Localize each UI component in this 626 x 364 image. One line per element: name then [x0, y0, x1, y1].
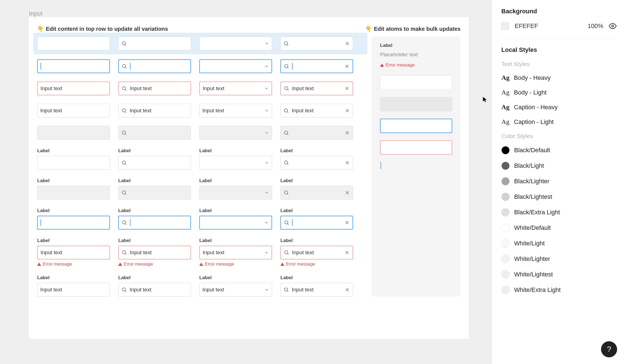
close-icon[interactable]	[345, 287, 350, 292]
field-label: Label	[280, 238, 353, 243]
input-search[interactable]	[118, 37, 191, 50]
canvas-frame[interactable]: 👇 Edit content in top row to update all …	[29, 17, 469, 339]
atom-bg-focused[interactable]	[380, 119, 452, 133]
input-select-focused[interactable]	[199, 59, 272, 73]
background-fill-row[interactable]: EFEFEF 100%	[501, 22, 617, 30]
input-search-error[interactable]: Input text	[118, 82, 191, 95]
text-cursor	[130, 219, 130, 226]
field-label: Label	[37, 178, 110, 184]
labeled-select-filled[interactable]: LabelInput text	[199, 275, 272, 297]
color-swatch-icon	[501, 239, 510, 248]
background-hex[interactable]: EFEFEF	[515, 22, 582, 30]
master-row[interactable]	[33, 33, 367, 54]
warning-icon	[380, 63, 384, 67]
color-style-row[interactable]: White/Default	[501, 224, 617, 232]
labeled-focused[interactable]: Label	[37, 208, 110, 230]
color-style-row[interactable]: Black/Extra Light	[501, 208, 617, 217]
color-style-name: White/Lightest	[514, 271, 553, 278]
color-style-row[interactable]: White/Lightest	[501, 270, 617, 279]
color-style-row[interactable]: Black/Lightest	[501, 193, 617, 201]
color-style-row[interactable]: White/Light	[501, 239, 617, 248]
field-label: Label	[199, 208, 272, 213]
input-filled[interactable]: Input text	[37, 104, 110, 118]
atom-label-text[interactable]: Label	[380, 43, 452, 48]
close-icon[interactable]	[345, 160, 350, 166]
atom-text-cursor[interactable]	[381, 162, 381, 169]
atom-bg-error[interactable]	[380, 140, 452, 155]
search-icon	[122, 220, 127, 225]
labeled-search-filled[interactable]: LabelInput text	[118, 275, 191, 297]
svg-point-20	[284, 109, 288, 112]
input-select[interactable]	[199, 37, 272, 50]
input-search-filled[interactable]: Input text	[118, 104, 191, 118]
close-icon[interactable]	[344, 63, 350, 69]
input-value: Input text	[130, 85, 152, 91]
close-icon[interactable]	[344, 86, 350, 91]
visibility-toggle-icon[interactable]	[609, 22, 617, 30]
svg-line-55	[125, 291, 126, 292]
input-value: Input text	[40, 287, 62, 293]
atom-bg-default[interactable]	[380, 75, 452, 90]
input-error[interactable]: Input text	[37, 82, 110, 95]
color-style-row[interactable]: White/Extra Light	[501, 286, 617, 294]
labeled-clearable-filled[interactable]: LabelInput text	[280, 275, 353, 297]
field-label: Label	[37, 148, 110, 154]
input-search-focused[interactable]	[118, 59, 191, 73]
color-swatch-icon	[501, 208, 510, 217]
labeled-clearable-focused[interactable]: Label	[280, 208, 353, 230]
text-style-row[interactable]: AgCaption - Heavy	[501, 103, 617, 111]
atoms-panel[interactable]: Label Placeholder text Error message	[372, 37, 461, 297]
input-select-error[interactable]: Input text	[199, 82, 272, 95]
background-opacity[interactable]: 100%	[588, 22, 603, 30]
hint-left-text: Edit content in top row to update all va…	[46, 26, 168, 32]
atom-error-text[interactable]: Error message	[380, 63, 452, 68]
labeled-clearable-error[interactable]: LabelInput textError message	[280, 238, 353, 267]
atom-placeholder-text[interactable]: Placeholder text	[380, 52, 452, 58]
background-swatch[interactable]	[501, 22, 509, 30]
close-icon[interactable]	[345, 108, 350, 113]
labeled-select-error[interactable]: LabelInput textError message	[199, 238, 272, 267]
typography-preview-icon: Ag	[501, 74, 509, 82]
input-value: Input text	[292, 287, 313, 293]
labeled-select[interactable]: Label	[199, 148, 272, 170]
svg-line-51	[288, 254, 289, 255]
labeled-error[interactable]: LabelInput textError message	[37, 238, 110, 267]
labeled-filled[interactable]: LabelInput text	[37, 275, 110, 297]
labeled-search-error[interactable]: LabelInput textError message	[118, 238, 191, 267]
field-label: Label	[37, 275, 110, 281]
error-message: Error message	[199, 262, 272, 267]
labeled-search[interactable]: Label	[118, 148, 191, 170]
atom-bg-disabled[interactable]	[380, 97, 452, 111]
labeled-default[interactable]: Label	[37, 148, 110, 170]
canvas-frame-title[interactable]: Input	[29, 10, 42, 17]
color-swatch-icon	[501, 193, 510, 201]
input-clearable-error[interactable]: Input text	[280, 82, 353, 95]
text-style-row[interactable]: AgBody - Light	[501, 89, 617, 96]
text-style-row[interactable]: AgCaption - Light	[501, 118, 617, 126]
text-style-name: Body - Light	[514, 89, 546, 96]
svg-line-21	[287, 112, 288, 113]
input-select-filled[interactable]: Input text	[199, 104, 272, 118]
error-message: Error message	[37, 262, 110, 267]
color-style-row[interactable]: White/Lighter	[501, 255, 617, 263]
field-label: Label	[118, 275, 191, 281]
input-default[interactable]	[37, 37, 110, 50]
input-clearable-focused[interactable]	[280, 59, 353, 73]
color-style-row[interactable]: Black/Lighter	[501, 177, 617, 185]
input-clearable-filled[interactable]: Input text	[280, 104, 353, 118]
close-icon[interactable]	[344, 250, 350, 255]
help-button[interactable]: ?	[601, 341, 617, 357]
close-icon[interactable]	[344, 220, 350, 225]
input-focused[interactable]	[37, 59, 110, 73]
labeled-clearable[interactable]: Label	[280, 148, 353, 170]
svg-line-7	[125, 67, 127, 68]
labeled-select-focused[interactable]: Label	[199, 208, 272, 230]
color-style-row[interactable]: Black/Default	[501, 146, 617, 154]
search-icon	[121, 108, 127, 113]
search-icon	[121, 160, 127, 166]
close-icon[interactable]	[345, 41, 350, 46]
input-clearable[interactable]	[280, 37, 353, 50]
labeled-search-focused[interactable]: Label	[118, 208, 191, 230]
text-style-row[interactable]: AgBody - Heavy	[501, 74, 617, 82]
color-style-row[interactable]: Black/Light	[501, 162, 617, 170]
